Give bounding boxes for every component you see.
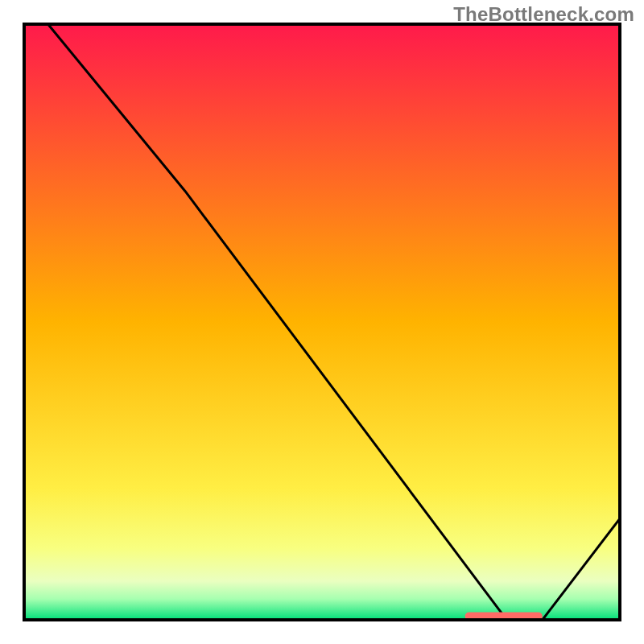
watermark-text: TheBottleneck.com	[453, 3, 634, 26]
gradient-background	[24, 24, 620, 620]
chart-container: TheBottleneck.com	[0, 0, 644, 644]
bottleneck-chart	[0, 0, 644, 644]
